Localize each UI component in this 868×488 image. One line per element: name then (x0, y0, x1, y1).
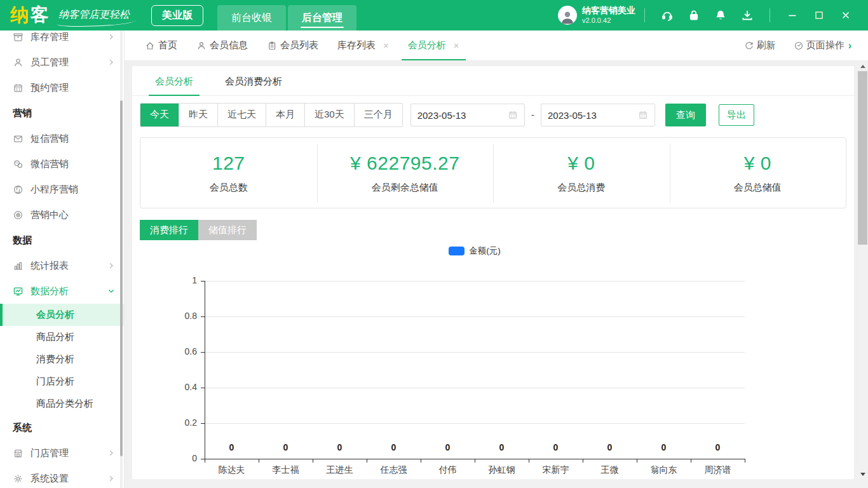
sidebar-item[interactable]: 库存管理 (0, 30, 124, 50)
member-icon (196, 41, 207, 51)
sidebar-item[interactable]: 统计报表 (0, 253, 124, 278)
tabbar-action[interactable]: 刷新 (744, 39, 776, 51)
x-axis-label: 任志强 (367, 464, 421, 476)
topbar: 纳客 纳客管店更轻松 美业版 前台收银后台管理 纳客营销美业 v2.0.0.42 (0, 0, 868, 30)
sidebar: 库存管理员工管理预约管理营销短信营销微信营销小程序营销营销中心数据统计报表数据分… (0, 30, 125, 488)
sidebar-item-label: 统计报表 (31, 260, 69, 272)
sidebar-subitem[interactable]: 会员分析 (0, 304, 124, 326)
sidebar-item-label: 微信营销 (31, 158, 69, 170)
rank-tab-button[interactable]: 消费排行 (140, 220, 198, 240)
tabbar-tab[interactable]: 会员信息 (196, 30, 248, 60)
stat-item: ¥ 622795.27 会员剩余总储值 (317, 152, 494, 194)
x-axis-label: 孙虹钢 (475, 464, 529, 476)
bar-chart: 00.20.40.60.810陈达夫0李士福0王进生0任志强0付伟0孙虹钢0宋新… (132, 258, 854, 479)
miniprogram-icon (13, 184, 24, 195)
quick-range-button[interactable]: 本月 (266, 104, 304, 126)
bar-value-label: 0 (475, 442, 529, 452)
maximize-icon[interactable] (814, 10, 824, 20)
user-meta[interactable]: 纳客营销美业 v2.0.0.42 (582, 5, 635, 25)
person-icon (559, 8, 576, 25)
export-button[interactable]: 导出 (719, 104, 754, 126)
y-axis-label: 0.8 (132, 311, 197, 321)
date-from-input[interactable]: 2023-05-13 (410, 104, 525, 126)
quick-range-button[interactable]: 今天 (140, 104, 179, 126)
stat-value: 127 (140, 152, 317, 174)
stat-value: ¥ 0 (493, 152, 670, 174)
tabbar-actions: 刷新页面操作› (744, 39, 851, 51)
scroll-up-button[interactable] (857, 61, 868, 71)
sidebar-item-label: 门店管理 (31, 447, 69, 459)
sidebar-subitem[interactable]: 消费分析 (0, 348, 124, 370)
tab-label: 会员分析 (408, 39, 446, 51)
sidebar-subitem[interactable]: 商品分类分析 (0, 393, 124, 415)
download-icon[interactable] (741, 9, 754, 22)
calendar-icon[interactable] (638, 110, 648, 120)
sidebar-item[interactable]: 数据分析 (0, 278, 124, 304)
mode-tab[interactable]: 后台管理 (288, 5, 356, 30)
x-axis-tick (583, 459, 583, 463)
subtab[interactable]: 会员分析 (153, 66, 196, 95)
bar-value-label: 0 (637, 442, 691, 452)
tabbar-tab[interactable]: 首页 (145, 30, 177, 60)
triangle-up-icon (860, 65, 865, 68)
tabbar-tab[interactable]: 会员列表 (267, 30, 318, 60)
sidebar-item[interactable]: 门店管理 (0, 440, 124, 466)
quick-range-button[interactable]: 昨天 (179, 104, 217, 126)
topbar-right: 纳客营销美业 v2.0.0.42 (558, 5, 859, 25)
headset-icon[interactable] (661, 9, 674, 22)
x-axis-label: 陈达夫 (205, 464, 259, 476)
date-from-value: 2023-05-13 (417, 110, 466, 121)
tabbar-action[interactable]: 页面操作› (794, 39, 851, 51)
calendar-icon[interactable] (508, 110, 518, 120)
action-label: 刷新 (757, 39, 776, 51)
quick-range-button[interactable]: 三个月 (354, 104, 402, 126)
filter-row: 今天昨天近七天本月近30天三个月 2023-05-13 - 2023-05-13… (140, 103, 846, 127)
tab-label: 库存列表 (337, 39, 376, 51)
sidebar-item[interactable]: 小程序营销 (0, 177, 124, 202)
sidebar-item[interactable]: 营销中心 (0, 202, 124, 227)
sidebar-item[interactable]: 微信营销 (0, 151, 124, 177)
chevron-right-icon (107, 58, 115, 66)
stat-label: 会员总储值 (670, 182, 846, 194)
sidebar-item[interactable]: 预约管理 (0, 75, 124, 100)
avatar[interactable] (558, 6, 577, 25)
quick-range-button[interactable]: 近七天 (217, 104, 266, 126)
sidebar-scrollbar-thumb[interactable] (120, 100, 123, 456)
scroll-down-button[interactable] (857, 469, 868, 479)
sidebar-item-label: 小程序营销 (31, 184, 78, 196)
analysis-panel: 会员分析会员消费分析 今天昨天近七天本月近30天三个月 2023-05-13 -… (132, 66, 854, 479)
close-tab-icon[interactable]: × (454, 40, 459, 51)
chevron-right-icon (107, 262, 115, 269)
stat-label: 会员剩余总储值 (317, 182, 494, 194)
sidebar-subitem[interactable]: 商品分析 (0, 326, 124, 348)
main-scrollbar-thumb[interactable] (858, 71, 867, 245)
tabbar-tab[interactable]: 库存列表× (337, 30, 389, 60)
rank-tab-button[interactable]: 储值排行 (198, 220, 257, 240)
legend-label: 金额(元) (469, 245, 501, 257)
bell-icon[interactable] (714, 9, 727, 22)
mode-tab[interactable]: 前台收银 (217, 5, 286, 30)
tabbar-tab[interactable]: 会员分析× (408, 30, 459, 60)
chevron-right-icon (107, 475, 115, 482)
sidebar-item[interactable]: 短信营销 (0, 126, 124, 151)
tab-label: 会员列表 (280, 39, 318, 51)
date-to-value: 2023-05-13 (548, 110, 597, 121)
sidebar-subitem[interactable]: 门店分析 (0, 370, 124, 393)
minimize-icon[interactable] (787, 10, 797, 20)
sidebar-item[interactable]: 员工管理 (0, 50, 124, 75)
close-icon[interactable] (841, 10, 851, 20)
legend-item[interactable]: 金额(元) (449, 245, 501, 257)
sidebar-item-label: 数据分析 (31, 285, 69, 297)
app-tagline: 纳客管店更轻松 (58, 8, 130, 23)
close-tab-icon[interactable]: × (383, 40, 389, 51)
sidebar-item[interactable]: 系统设置 (0, 466, 124, 488)
chart-gridline (205, 281, 745, 281)
date-to-input[interactable]: 2023-05-13 (541, 104, 655, 126)
chart-gridline (205, 316, 745, 317)
quick-range-group: 今天昨天近七天本月近30天三个月 (140, 103, 403, 127)
date-range-separator: - (531, 109, 534, 121)
search-button[interactable]: 查询 (665, 104, 706, 126)
lock-icon[interactable] (688, 9, 700, 22)
quick-range-button[interactable]: 近30天 (304, 104, 354, 126)
subtab[interactable]: 会员消费分析 (222, 66, 285, 95)
